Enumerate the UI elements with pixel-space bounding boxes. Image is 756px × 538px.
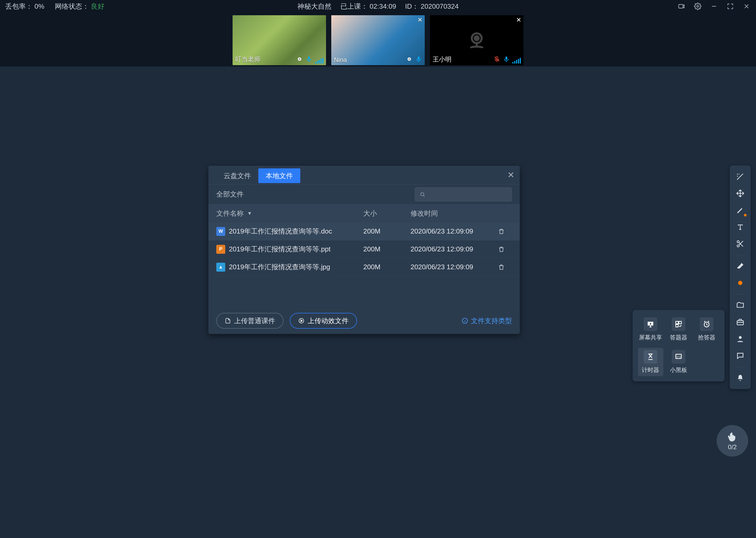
file-row[interactable]: P2019年工作汇报情况查询等等.ppt 200M 2020/06/23 12:… <box>209 241 520 258</box>
participant-tile-nina[interactable]: ✕ Nina <box>331 15 425 65</box>
tab-cloud-files[interactable]: 云盘文件 <box>216 168 258 183</box>
participant-name: Nina <box>334 56 347 64</box>
search-icon <box>420 191 425 198</box>
participant-video-strip: 叮当老师 ✕ Nina ✕ 王小明 <box>0 13 756 67</box>
svg-point-9 <box>408 58 410 60</box>
mic-on-icon <box>415 56 422 64</box>
delete-file-icon[interactable] <box>491 264 512 271</box>
file-name: 2019年工作汇报情况查询等等.ppt <box>229 244 330 254</box>
timer-icon <box>644 350 657 363</box>
svg-point-17 <box>421 192 424 196</box>
file-search-input[interactable] <box>428 191 507 198</box>
mic-muted-icon <box>494 56 500 64</box>
camera-on-icon <box>406 56 413 64</box>
file-name: 2019年工作汇报情况查询等等.doc <box>229 227 332 236</box>
file-type-doc-icon: W <box>216 227 225 236</box>
tool-move[interactable] <box>732 186 748 201</box>
raise-hand-count: 0/2 <box>728 444 736 451</box>
file-dialog-tabs: 云盘文件 本地文件 ✕ <box>209 166 520 184</box>
delete-file-icon[interactable] <box>491 246 512 253</box>
tool-bell[interactable] <box>732 370 748 386</box>
network-label: 网络状态： <box>55 2 89 10</box>
popout-mini-blackboard[interactable]: 2+3 小黑板 <box>666 348 691 376</box>
elapsed-value: 02:34:09 <box>370 2 396 10</box>
file-size: 200M <box>363 245 410 253</box>
column-mtime[interactable]: 修改时间 <box>410 209 491 218</box>
tool-color-picker[interactable] <box>732 275 748 291</box>
svg-point-1 <box>697 6 699 7</box>
mini-blackboard-icon: 2+3 <box>672 350 685 363</box>
top-status-bar: 丢包率： 0% 网络状态： 良好 神秘大自然 已上课： 02:34:09 ID：… <box>0 0 756 13</box>
remove-participant-icon[interactable]: ✕ <box>417 16 423 24</box>
file-mtime: 2020/06/23 12:09:09 <box>410 227 491 235</box>
tool-eraser[interactable] <box>732 258 748 274</box>
tool-pen[interactable] <box>732 202 748 218</box>
tool-participants[interactable] <box>732 331 748 347</box>
sort-desc-icon: ▼ <box>247 211 252 216</box>
participant-name: 王小明 <box>433 55 451 64</box>
mic-on-icon <box>503 56 510 64</box>
upload-normal-button[interactable]: 上传普通课件 <box>216 313 283 329</box>
remove-participant-icon[interactable]: ✕ <box>516 16 521 24</box>
toolbox-popout-panel: 屏幕共享 答题器 抢答器 计时器 2+3 小黑板 <box>633 310 725 381</box>
close-window-icon[interactable] <box>742 2 751 11</box>
tool-laser-pointer[interactable] <box>732 169 748 185</box>
popout-timer[interactable]: 计时器 <box>638 348 663 376</box>
svg-point-6 <box>299 58 301 60</box>
svg-point-24 <box>737 245 739 247</box>
upload-animated-button[interactable]: 上传动效文件 <box>290 313 357 329</box>
file-size: 200M <box>363 263 410 271</box>
svg-rect-7 <box>308 56 310 60</box>
camera-on-icon <box>296 56 303 64</box>
tool-scissors[interactable] <box>732 236 748 252</box>
file-type-image-icon: ▲ <box>216 263 225 272</box>
answer-tool-icon <box>672 317 685 331</box>
minimize-icon[interactable] <box>710 2 718 11</box>
file-table-header: 文件名称 ▼ 大小 修改时间 <box>209 204 520 223</box>
tab-local-files[interactable]: 本地文件 <box>258 168 300 183</box>
file-mtime: 2020/06/23 12:09:09 <box>410 263 491 271</box>
tool-text[interactable] <box>732 219 748 235</box>
popout-answer-tool[interactable]: 答题器 <box>666 315 691 344</box>
fullscreen-icon[interactable] <box>726 2 734 11</box>
camera-switch-icon[interactable] <box>677 2 685 11</box>
packet-loss-label: 丢包率： <box>5 2 32 10</box>
network-value: 良好 <box>91 2 105 10</box>
tool-active-indicator-icon <box>744 214 746 216</box>
svg-point-27 <box>739 336 742 339</box>
tool-chat[interactable] <box>732 348 748 363</box>
popout-buzzer[interactable]: 抢答器 <box>694 315 719 344</box>
svg-rect-34 <box>676 324 678 327</box>
file-name: 2019年工作汇报情况查询等等.jpg <box>229 262 330 272</box>
svg-text:2+3: 2+3 <box>677 355 681 358</box>
file-type-ppt-icon: P <box>216 245 225 254</box>
settings-icon[interactable] <box>693 2 702 11</box>
popout-screen-share[interactable]: 屏幕共享 <box>638 315 663 344</box>
file-search-input-wrapper[interactable] <box>415 187 512 201</box>
participant-name: 叮当老师 <box>235 55 260 64</box>
svg-rect-16 <box>505 56 507 60</box>
topbar-center: 神秘大自然 已上课： 02:34:09 ID： 2020070324 <box>298 2 458 11</box>
svg-line-18 <box>423 195 424 196</box>
signal-strength-icon <box>512 58 521 64</box>
raise-hand-button[interactable]: 0/2 <box>717 425 748 457</box>
svg-rect-0 <box>679 4 683 8</box>
buzzer-icon <box>700 317 714 331</box>
svg-rect-32 <box>676 321 678 324</box>
packet-loss-value: 0% <box>34 2 44 10</box>
breadcrumb: 全部文件 <box>216 190 244 199</box>
file-row[interactable]: ▲2019年工作汇报情况查询等等.jpg 200M 2020/06/23 12:… <box>209 258 520 276</box>
participant-tile-teacher[interactable]: 叮当老师 <box>233 15 326 65</box>
file-row[interactable]: W2019年工作汇报情况查询等等.doc 200M 2020/06/23 12:… <box>209 223 520 241</box>
supported-file-types-link[interactable]: 文件支持类型 <box>461 316 512 325</box>
participant-tile-wangxiaoming[interactable]: ✕ 王小明 <box>430 15 523 65</box>
tool-files[interactable] <box>732 297 748 313</box>
svg-rect-33 <box>679 321 681 324</box>
tool-toolbox[interactable] <box>732 314 748 330</box>
delete-file-icon[interactable] <box>491 228 512 235</box>
file-picker-dialog: 云盘文件 本地文件 ✕ 全部文件 文件名称 ▼ 大小 修改时间 W2019年工作… <box>209 166 520 334</box>
column-size[interactable]: 大小 <box>363 209 410 218</box>
column-name[interactable]: 文件名称 ▼ <box>216 209 363 218</box>
hand-icon <box>727 431 738 442</box>
close-dialog-icon[interactable]: ✕ <box>505 167 517 183</box>
